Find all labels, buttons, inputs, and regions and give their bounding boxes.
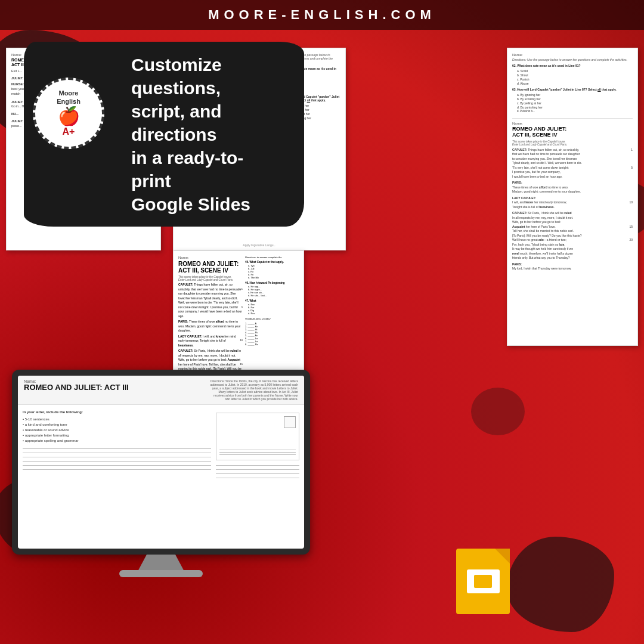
slides-icon-square <box>474 575 492 588</box>
scene4-title: Romeo and Juliet:Act III, Scene IV <box>512 126 633 138</box>
writing-lines <box>23 448 211 470</box>
stamp <box>284 416 296 428</box>
monitor-doc-title: ROMEO AND JULIET: ACT III <box>24 383 129 392</box>
letter-box <box>216 413 299 460</box>
monitor: Name: ROMEO AND JULIET: ACT III Directio… <box>12 370 310 572</box>
promo-text: Customize questions, script, and directi… <box>131 53 274 216</box>
monitor-doc-left: In your letter, include the following: •… <box>23 410 211 544</box>
slides-icon-fold <box>495 549 510 564</box>
monitor-doc-header: Name: ROMEO AND JULIET: ACT III Directio… <box>18 376 304 405</box>
paper-farright-directions: Directions: Use the passage below to ans… <box>512 58 633 61</box>
badge-name: MooreEnglish <box>57 89 80 105</box>
paper-farright-name: Name: <box>512 53 633 57</box>
moore-english-badge: MooreEnglish 🍎 A+ <box>33 78 104 149</box>
monitor-doc-directions: Directions: Since the 1930s, the city of… <box>209 379 298 401</box>
badge-aplus: A+ <box>63 126 75 137</box>
monitor-screen-inner: Name: ROMEO AND JULIET: ACT III Directio… <box>18 376 304 549</box>
q63-right: 63. How will Lord Capulet "pardon" Julie… <box>512 88 633 91</box>
scene4-paper-title: Romeo and Juliet:Act III, Scene IV <box>178 261 243 274</box>
header-bar: MOORE-ENGLISH.COM <box>0 0 644 30</box>
scene4-body: CAPULET: Things have fallen out, sir, so… <box>512 148 633 271</box>
monitor-screen-outer: Name: ROMEO AND JULIET: ACT III Directio… <box>12 370 310 555</box>
monitor-doc-right <box>216 410 299 544</box>
paper-farright: Name: Directions: Use the passage below … <box>507 48 638 346</box>
slides-icon-body <box>456 549 510 614</box>
slides-icon-inner <box>467 569 500 593</box>
bullet-items: • 5-10 sentences • a kind and comforting… <box>23 417 211 444</box>
scene4-note: This scene takes place in the Capulet ho… <box>512 140 633 146</box>
monitor-section: Name: ROMEO AND JULIET: ACT III Directio… <box>12 370 340 608</box>
q62-right: 62. What does rate mean as it's used in … <box>512 64 633 67</box>
badge-apple-icon: 🍎 <box>58 106 80 126</box>
content-area: Name: Romeo and Juliet:Act III, Scene V … <box>0 30 644 644</box>
letter-prompt: In your letter, include the following: <box>23 410 211 415</box>
monitor-doc-body: In your letter, include the following: •… <box>18 405 304 549</box>
monitor-base <box>119 570 203 577</box>
site-title: MOORE-ENGLISH.COM <box>208 7 436 23</box>
google-slides-icon[interactable] <box>456 549 516 620</box>
scene4-name: Name: <box>512 122 633 125</box>
